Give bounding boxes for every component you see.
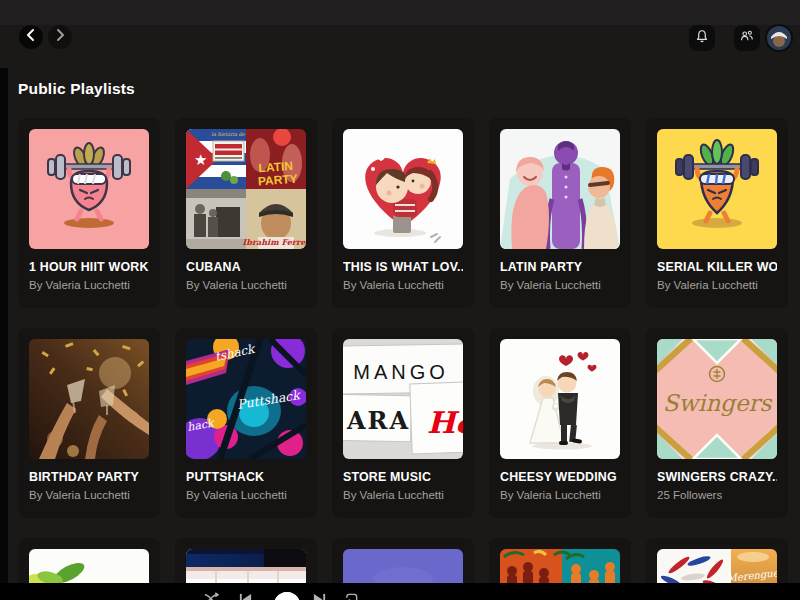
- svg-text:★: ★: [194, 151, 207, 168]
- left-edge-panel: [0, 68, 8, 600]
- playlist-card[interactable]: tshack hack Puttshack PUTTSHACK By Valer…: [175, 328, 317, 518]
- friends-icon: [738, 27, 756, 49]
- playlist-card[interactable]: 1 HOUR HIIT WORK... By Valeria Lucchetti: [18, 118, 160, 308]
- svg-text:H&M: H&M: [427, 405, 463, 440]
- bell-icon: [693, 27, 711, 49]
- champagne-toast-photo: [29, 339, 149, 459]
- app-window: Public Playlists: [0, 0, 800, 600]
- chevron-left-icon: [19, 23, 43, 51]
- playlist-title: BIRTHDAY PARTY: [29, 470, 149, 484]
- playlist-title: CHEESY WEDDING: [500, 470, 620, 484]
- bride-groom-illustration: [500, 339, 620, 459]
- svg-text:MANGO: MANGO: [353, 361, 449, 383]
- playlist-subtitle: By Valeria Lucchetti: [657, 279, 777, 291]
- playlist-title: LATIN PARTY: [500, 260, 620, 274]
- svg-text:Swingers: Swingers: [663, 390, 773, 417]
- svg-text:ARA: ARA: [346, 406, 410, 435]
- notifications-button[interactable]: [689, 25, 715, 51]
- playlist-subtitle: By Valeria Lucchetti: [29, 279, 149, 291]
- page-title: Public Playlists: [18, 80, 135, 98]
- playlist-cover-art: [500, 339, 620, 459]
- puttshack-collage-illustration: tshack hack Puttshack: [186, 339, 306, 459]
- playlist-card[interactable]: Swingers SWINGERS CRAZY... 25 Followers: [646, 328, 788, 518]
- playlist-cover-art: ★ la história de LATIN PARTY: [186, 129, 306, 249]
- playlist-subtitle: By Valeria Lucchetti: [343, 279, 463, 291]
- playlist-cover-art: tshack hack Puttshack: [186, 339, 306, 459]
- playlist-cover-art: [29, 339, 149, 459]
- back-button[interactable]: [19, 25, 43, 49]
- playlist-subtitle: By Valeria Lucchetti: [186, 279, 306, 291]
- playlist-cover-art: [29, 129, 149, 249]
- carrot-workout-illustration: [657, 129, 777, 249]
- playlist-title: PUTTSHACK: [186, 470, 306, 484]
- playlist-title: THIS IS WHAT LOV...: [343, 260, 463, 274]
- svg-text:PARTY: PARTY: [257, 172, 298, 189]
- playlist-card[interactable]: BIRTHDAY PARTY By Valeria Lucchetti: [18, 328, 160, 518]
- playlist-card[interactable]: MANGO ARA H&M STORE MUSIC By Valeria Luc…: [332, 328, 474, 518]
- playlist-card[interactable]: ★ la história de LATIN PARTY: [175, 118, 317, 308]
- play-button[interactable]: [274, 592, 300, 600]
- forward-button[interactable]: [48, 25, 72, 49]
- repeat-icon[interactable]: [344, 592, 359, 600]
- play-icon: [274, 592, 300, 600]
- svg-text:Ibrahim Ferrer: Ibrahim Ferrer: [243, 237, 306, 247]
- swingers-deco-illustration: Swingers: [657, 339, 777, 459]
- playlist-card[interactable]: CHEESY WEDDING By Valeria Lucchetti: [489, 328, 631, 518]
- playlist-subtitle: By Valeria Lucchetti: [29, 489, 149, 501]
- playlist-cover-art: Swingers: [657, 339, 777, 459]
- playlist-cover-art: [657, 129, 777, 249]
- friend-activity-button[interactable]: [734, 25, 760, 51]
- player-bar: [0, 583, 800, 600]
- playlist-subtitle: By Valeria Lucchetti: [186, 489, 306, 501]
- profile-avatar[interactable]: [767, 26, 791, 50]
- playlist-subtitle: 25 Followers: [657, 489, 777, 501]
- playlist-card[interactable]: THIS IS WHAT LOV... By Valeria Lucchetti: [332, 118, 474, 308]
- shuffle-icon[interactable]: [204, 592, 219, 600]
- cuban-collage-illustration: ★ la história de LATIN PARTY: [186, 129, 306, 249]
- playlist-subtitle: By Valeria Lucchetti: [500, 279, 620, 291]
- playlist-cover-art: [343, 129, 463, 249]
- playlist-card[interactable]: SERIAL KILLER WO... By Valeria Lucchetti: [646, 118, 788, 308]
- playlist-title: 1 HOUR HIIT WORK...: [29, 260, 149, 274]
- next-track-icon[interactable]: [312, 592, 327, 600]
- playlist-title: SERIAL KILLER WO...: [657, 260, 777, 274]
- playlist-card[interactable]: LATIN PARTY By Valeria Lucchetti: [489, 118, 631, 308]
- svg-text:la história de: la história de: [211, 131, 245, 137]
- playlist-title: CUBANA: [186, 260, 306, 274]
- playlist-cover-art: MANGO ARA H&M: [343, 339, 463, 459]
- playlist-grid: 1 HOUR HIIT WORK... By Valeria Lucchetti…: [18, 118, 788, 600]
- playlist-subtitle: By Valeria Lucchetti: [500, 489, 620, 501]
- playlist-title: SWINGERS CRAZY...: [657, 470, 777, 484]
- window-top-strip: [0, 0, 800, 25]
- playlist-cover-art: [500, 129, 620, 249]
- previous-track-icon[interactable]: [238, 592, 253, 600]
- playlist-subtitle: By Valeria Lucchetti: [343, 489, 463, 501]
- radish-workout-illustration: [29, 129, 149, 249]
- duotone-artists-illustration: [500, 129, 620, 249]
- chevron-right-icon: [48, 23, 72, 51]
- chibi-couple-heart-illustration: [343, 129, 463, 249]
- fashion-logos-collage: MANGO ARA H&M: [343, 339, 463, 459]
- playlist-title: STORE MUSIC: [343, 470, 463, 484]
